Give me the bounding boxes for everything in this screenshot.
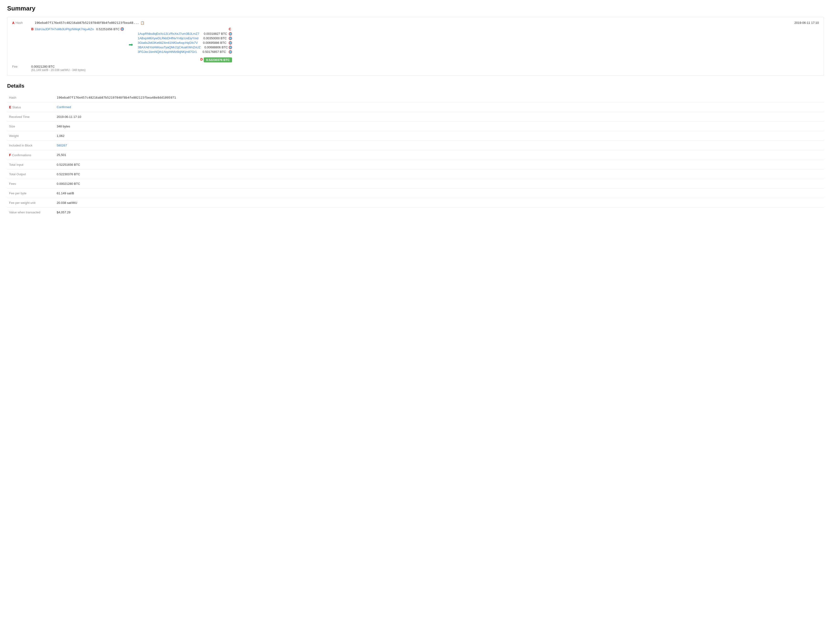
detail-value-5: 580267: [55, 141, 824, 150]
detail-label-11: Fee per weight unit: [7, 198, 55, 208]
fee-detail: (61.149 sat/B - 20.038 sat/WU - 348 byte…: [31, 68, 86, 72]
total-output-badge: 0.52230376 BTC: [204, 57, 232, 62]
globe-icon-4: 🌐: [229, 50, 232, 54]
output-row-2: 3Gta6s2b63Ke68Z4m61NfGwfoqcHqGfo7V 0.006…: [138, 41, 232, 45]
tx-input-row: B 33drUaJDF7H7xMb3UPhjzNWqK7rkju4tZn 0.5…: [31, 27, 124, 31]
detail-label-10: Fee per byte: [7, 189, 55, 198]
annotation-c: C: [229, 27, 231, 31]
detail-value-4: 1,062: [55, 131, 824, 141]
annotation-f: F: [9, 153, 11, 157]
details-row-2: Received Time2019-06-11 17:10: [7, 112, 824, 122]
detail-label-3: Size: [7, 122, 55, 131]
hash-label: Hash: [16, 21, 35, 24]
output-address-0[interactable]: 1AupRNbu8qEeXx12LVRxXeJ7um3BJLrnZ7: [138, 32, 199, 35]
tx-input-side: B 33drUaJDF7H7xMb3UPhjzNWqK7rkju4tZn 0.5…: [31, 27, 124, 32]
details-row-9: Fees0.00021280 BTC: [7, 179, 824, 189]
details-row-5: Included in Block580267: [7, 141, 824, 150]
fee-row: Fee 0.00021280 BTC (61.149 sat/B - 20.03…: [12, 65, 819, 72]
summary-title: Summary: [7, 5, 824, 12]
fee-details: 0.00021280 BTC (61.149 sat/B - 20.038 sa…: [31, 65, 86, 72]
detail-value-12: $4,057.29: [55, 208, 824, 217]
details-row-7: Total Input0.52251656 BTC: [7, 160, 824, 170]
details-row-10: Fee per byte61.149 sat/B: [7, 189, 824, 198]
summary-timestamp: 2019-06-11 17:10: [794, 21, 819, 24]
summary-box: A Hash 196eba07f176e457c48216ab87b521978…: [7, 17, 824, 76]
output-address-3[interactable]: 3BAXA6YotAWouuTyaQMrJ1jC4uaKWnZnUZ: [138, 46, 201, 49]
detail-value-0: 196eba07f176e457c48216ab87b52197848f8b4f…: [55, 93, 824, 102]
detail-value-9: 0.00021280 BTC: [55, 179, 824, 189]
output-amount-1: 0.00350000 BTC: [203, 37, 226, 40]
detail-label-6: FConfirmations: [7, 150, 55, 160]
output-address-4[interactable]: 3FGJec1bmNQih1AbpHtNfz6bjNKjm87Gr1: [138, 50, 197, 54]
details-table: Hash196eba07f176e457c48216ab87b52197848f…: [7, 93, 824, 217]
details-row-8: Total Output0.52230376 BTC: [7, 170, 824, 179]
detail-label-8: Total Output: [7, 170, 55, 179]
summary-section: Summary A Hash 196eba07f176e457c48216ab8…: [7, 5, 824, 76]
tx-flow: B 33drUaJDF7H7xMb3UPhjzNWqK7rkju4tZn 0.5…: [31, 27, 819, 62]
detail-label-2: Received Time: [7, 112, 55, 122]
input-amount: 0.52251656 BTC: [96, 27, 119, 31]
output-row-0: 1AupRNbu8qEeXx12LVRxXeJ7um3BJLrnZ7 0.003…: [138, 32, 232, 35]
output-address-1[interactable]: 1ABxjoM6XywDLRkbDHfNvYn6jcUxEiyYmd: [138, 37, 199, 40]
fee-value: 0.00021280 BTC: [31, 65, 86, 68]
fee-label: Fee: [12, 65, 31, 68]
globe-icon-2: 🌐: [229, 41, 232, 45]
detail-value-7: 0.52251656 BTC: [55, 160, 824, 170]
output-amount-0: 0.00318827 BTC: [204, 32, 227, 35]
details-row-11: Fee per weight unit20.038 sat/WU: [7, 198, 824, 208]
details-row-0: Hash196eba07f176e457c48216ab87b52197848f…: [7, 93, 824, 102]
detail-label-9: Fees: [7, 179, 55, 189]
annotation-d: D: [201, 57, 203, 61]
detail-link-5[interactable]: 580267: [57, 144, 67, 147]
details-title: Details: [7, 83, 824, 89]
globe-icon-input: 🌐: [121, 27, 124, 31]
details-row-12: Value when transacted$4,057.29: [7, 208, 824, 217]
detail-label-5: Included in Block: [7, 141, 55, 150]
output-row-3: 3BAXA6YotAWouuTyaQMrJ1jC4uaKWnZnUZ 0.006…: [138, 46, 232, 49]
details-row-6: FConfirmations25,501: [7, 150, 824, 160]
hash-short-value: 196eba07f176e457c48216ab87b52197848f8b4f…: [35, 21, 139, 24]
details-section: Details Hash196eba07f176e457c48216ab87b5…: [7, 83, 824, 217]
detail-value-11: 20.038 sat/WU: [55, 198, 824, 208]
output-amount-4: 0.50176857 BTC: [202, 50, 226, 54]
detail-value-6: 25,501: [55, 150, 824, 160]
output-row-1: 1ABxjoM6XywDLRkbDHfNvYn6jcUxEiyYmd 0.003…: [138, 37, 232, 40]
detail-label-12: Value when transacted: [7, 208, 55, 217]
globe-icon-1: 🌐: [229, 37, 232, 40]
details-row-3: Size348 bytes: [7, 122, 824, 131]
details-row-1: EStatusConfirmed: [7, 102, 824, 112]
detail-value-1: Confirmed: [55, 102, 824, 112]
detail-value-8: 0.52230376 BTC: [55, 170, 824, 179]
output-row-4: 3FGJec1bmNQih1AbpHtNfz6bjNKjm87Gr1 0.501…: [138, 50, 232, 54]
annotation-a: A: [12, 21, 14, 25]
annotation-b: B: [31, 27, 33, 31]
input-address-link[interactable]: 33drUaJDF7H7xMb3UPhjzNWqK7rkju4tZn: [35, 27, 94, 31]
summary-hash-row: A Hash 196eba07f176e457c48216ab87b521978…: [12, 21, 819, 25]
output-address-2[interactable]: 3Gta6s2b63Ke68Z4m61NfGwfoqcHqGfo7V: [138, 41, 198, 45]
annotation-e: E: [9, 105, 11, 109]
tx-outputs-side: C 1AupRNbu8qEeXx12LVRxXeJ7um3BJLrnZ7 0.0…: [138, 27, 232, 62]
detail-value-10: 61.149 sat/B: [55, 189, 824, 198]
output-amount-2: 0.00695886 BTC: [203, 41, 226, 45]
detail-value-2: 2019-06-11 17:10: [55, 112, 824, 122]
detail-label-0: Hash: [7, 93, 55, 102]
detail-label-1: EStatus: [7, 102, 55, 112]
output-amount-3: 0.00688806 BTC: [204, 46, 228, 49]
copy-icon[interactable]: 📋: [140, 21, 144, 25]
arrow-right-icon: ➡: [129, 42, 133, 48]
detail-label-7: Total Input: [7, 160, 55, 170]
details-row-4: Weight1,062: [7, 131, 824, 141]
globe-icon-0: 🌐: [229, 32, 232, 35]
detail-label-4: Weight: [7, 131, 55, 141]
detail-value-3: 348 bytes: [55, 122, 824, 131]
globe-icon-3: 🌐: [229, 46, 232, 49]
